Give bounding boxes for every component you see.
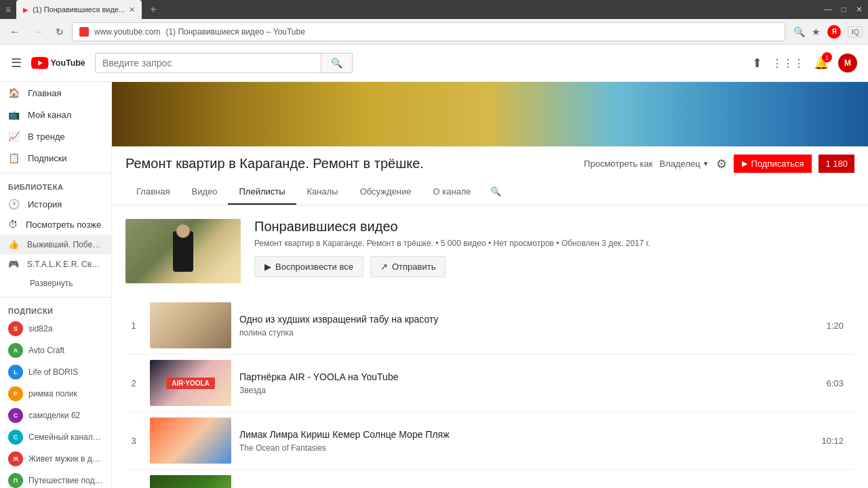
tab-channels[interactable]: Каналы (296, 180, 349, 205)
subscriber-count: 1 180 (818, 155, 854, 173)
minimize-button[interactable]: — (824, 5, 832, 14)
watch-later-icon: ⏱ (8, 219, 18, 230)
reload-button[interactable]: ↻ (52, 25, 68, 39)
tab-title: (1) Понравившиеся виде... (33, 5, 125, 14)
view-as-mode[interactable]: Владелец ▼ (660, 159, 709, 169)
sidebar-item-subscriptions[interactable]: 📋 Подписки (0, 147, 111, 169)
yt-body: 🏠 Главная 📺 Мой канал 📈 В тренде 📋 Подпи… (0, 82, 868, 488)
video-number: 3 (125, 436, 142, 446)
video-duration: 10:12 (821, 436, 854, 446)
subscribe-button[interactable]: ▶ Подписаться (734, 155, 812, 173)
browser-bookmark-icon[interactable]: ★ (812, 26, 821, 37)
tab-search-icon[interactable]: 🔍 (482, 180, 509, 205)
table-row: 4 #Владимир #Vladimir Алый жнец League o… (125, 470, 854, 488)
play-all-button[interactable]: ▶ Воспроизвести все (254, 256, 363, 277)
video-thumbnail[interactable]: AIR·YOOLA (150, 360, 231, 406)
channel-banner (112, 82, 868, 146)
video-number: 1 (125, 321, 142, 331)
sidebar-item-watch-later[interactable]: ⏱ Посмотреть позже (0, 214, 111, 235)
browser-tab[interactable]: ▶ (1) Понравившиеся виде... ✕ (16, 0, 142, 19)
trending-icon: 📈 (8, 131, 20, 142)
address-bar[interactable]: www.youtube.com (1) Понравившиеся видео … (72, 22, 785, 41)
sub-item-puteshestvie[interactable]: П Путешествие под му... (0, 470, 111, 488)
tab-playlists[interactable]: Плейлисты (228, 180, 296, 205)
address-domain: www.youtube.com (94, 27, 160, 37)
sub-item-rimma[interactable]: Р римма полик (0, 383, 111, 405)
tab-video[interactable]: Видео (180, 180, 228, 205)
forward-button[interactable]: → (28, 24, 47, 39)
home-icon: 🏠 (8, 87, 20, 98)
yt-header: ☰ YouTube KZ 🔍 ⬆ ⋮⋮⋮ 🔔 1 М (0, 45, 868, 82)
back-button[interactable]: ← (5, 24, 24, 39)
video-thumbnail[interactable] (150, 418, 231, 464)
sub-item-avto-craft[interactable]: A Avto Craft (0, 340, 111, 361)
search-button[interactable]: 🔍 (321, 54, 352, 73)
upload-icon[interactable]: ⬆ (752, 56, 762, 70)
search-bar: 🔍 (95, 53, 353, 73)
video-duration: 6:03 (827, 378, 854, 388)
sub-item-sid82a[interactable]: S sid82a (0, 318, 111, 340)
apps-icon[interactable]: ⋮⋮⋮ (772, 57, 804, 70)
library-section-header: БИБЛИОТЕКА (0, 178, 111, 194)
table-row: 1 Одно из худших извращений табу на крас… (125, 297, 854, 354)
tab-about[interactable]: О канале (422, 180, 481, 205)
video-channel[interactable]: полина ступка (239, 328, 818, 338)
video-channel[interactable]: The Ocean of Fantasies (239, 443, 813, 453)
search-input[interactable] (96, 54, 321, 73)
history-icon: 🕐 (8, 199, 20, 209)
browser-iq-icon[interactable]: IQ (848, 26, 863, 37)
browser-yandex-icon[interactable]: Я (827, 25, 841, 39)
sub-item-life-of-boris[interactable]: L Life of BORIS (0, 361, 111, 383)
video-title[interactable]: Лимак Лимра Кириш Кемер Солнце Море Пляж (239, 428, 813, 441)
sidebar-item-playlist-1[interactable]: 👍 Выживший. Побег из... (0, 235, 111, 254)
video-channel[interactable]: Звезда (239, 386, 818, 395)
tab-discussion[interactable]: Обсуждение (349, 180, 422, 205)
table-row: 3 Лимак Лимра Кириш Кемер Солнце Море Пл… (125, 412, 854, 470)
notification-icon[interactable]: 🔔 1 (814, 56, 829, 70)
settings-icon[interactable]: ⚙ (716, 157, 727, 171)
browser-search-icon[interactable]: 🔍 (793, 26, 805, 37)
view-as-label: Просмотреть как (584, 159, 652, 169)
svg-text:KZ: KZ (78, 58, 83, 63)
video-title[interactable]: Партнёрка AIR - YOOLA на YouTube (239, 371, 818, 383)
browser-menu-icon[interactable]: ≡ (5, 4, 11, 15)
subscriptions-icon: 📋 (8, 152, 20, 163)
close-button[interactable]: ✕ (856, 5, 863, 14)
playlist-meta: Ремонт квартир в Караганде. Ремонт в трё… (254, 239, 854, 248)
yt-logo[interactable]: YouTube KZ (31, 56, 85, 70)
playlist-info: Понравившиеся видео Ремонт квартир в Кар… (254, 219, 854, 277)
share-button[interactable]: ↗ Отправить (370, 256, 446, 277)
playlist-title: Понравившиеся видео (254, 219, 854, 235)
sidebar-item-trending[interactable]: 📈 В тренде (0, 125, 111, 147)
video-thumbnail[interactable] (150, 475, 231, 488)
sub-item-samodelki[interactable]: С самоделки 62 (0, 405, 111, 426)
subscribe-icon: ▶ (742, 159, 747, 168)
video-thumbnail[interactable] (150, 302, 231, 348)
sidebar-item-my-channel[interactable]: 📺 Мой канал (0, 104, 111, 125)
hamburger-menu-icon[interactable]: ☰ (11, 56, 22, 70)
maximize-button[interactable]: □ (842, 5, 846, 14)
channel-title: Ремонт квартир в Караганде. Ремонт в трё… (125, 156, 424, 171)
playlist-section: Понравившиеся видео Ремонт квартир в Кар… (112, 205, 868, 488)
sub-item-semeynyy[interactable]: С Семейный канал Рум... (0, 426, 111, 448)
tab-home[interactable]: Главная (125, 180, 180, 205)
yt-app: ☰ YouTube KZ 🔍 ⬆ ⋮⋮⋮ 🔔 1 М (0, 45, 868, 488)
sidebar-item-playlist-2[interactable]: 🎮 S.T.A.L.K.E.R. Связь в... (0, 254, 111, 274)
address-bar-row: ← → ↻ www.youtube.com (1) Понравившиеся … (0, 19, 868, 45)
share-icon: ↗ (380, 262, 388, 272)
expand-button[interactable]: Развернуть (0, 274, 111, 293)
video-duration: 1:20 (827, 321, 854, 331)
table-row: 2 AIR·YOOLA Партнёрка AIR - YOOLA на You… (125, 354, 854, 412)
playlist-hero: Понравившиеся видео Ремонт квартир в Кар… (125, 219, 854, 283)
user-avatar[interactable]: М (838, 54, 857, 73)
video-title[interactable]: Одно из худших извращений табу на красот… (239, 313, 818, 325)
sub-item-zhivet[interactable]: Ж Живет мужик в дере... (0, 448, 111, 470)
subscriptions-section-header: ПОДПИСКИ (0, 302, 111, 318)
browser-chrome: ≡ ▶ (1) Понравившиеся виде... ✕ + — □ ✕ (0, 0, 868, 19)
sidebar-item-home[interactable]: 🏠 Главная (0, 82, 111, 104)
new-tab-button[interactable]: + (147, 3, 159, 16)
sidebar-item-history[interactable]: 🕐 История (0, 194, 111, 214)
playlist-thumbnail (125, 219, 241, 283)
playlist-icon-2: 🎮 (8, 259, 19, 269)
tab-close[interactable]: ✕ (129, 5, 135, 14)
